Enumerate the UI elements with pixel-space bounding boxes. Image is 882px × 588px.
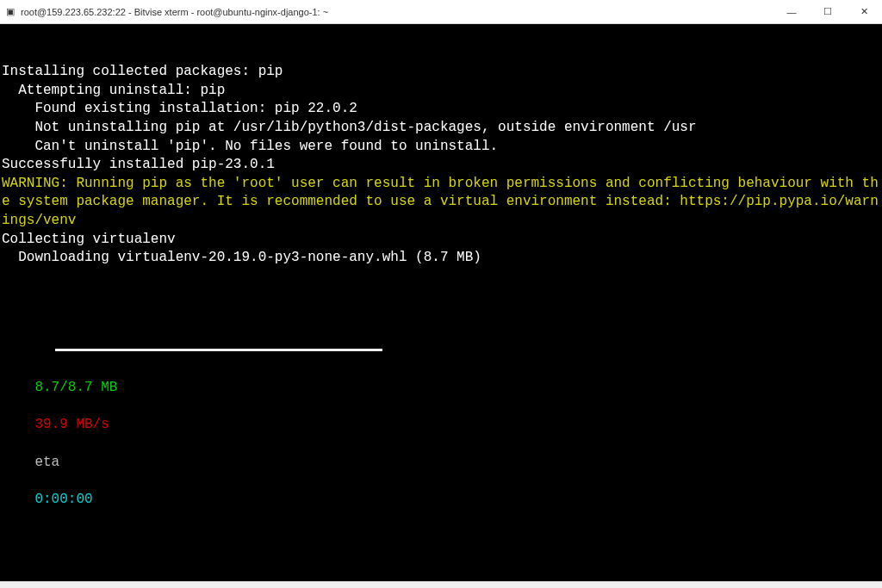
output-line: Successfully installed pip-23.0.1 (2, 156, 879, 175)
app-icon: ▣ (3, 5, 17, 19)
output-line: WARNING: Running pip as the 'root' user … (2, 175, 879, 231)
output-line: Not uninstalling pip at /usr/lib/python3… (2, 119, 879, 138)
output-line: Collecting virtualenv (2, 231, 879, 250)
output-line: Installing collected packages: pip (2, 63, 879, 82)
output-line: Downloading virtualenv-20.19.0-py3-none-… (2, 249, 879, 268)
output-line: Found existing installation: pip 22.0.2 (2, 100, 879, 119)
maximize-button[interactable]: ☐ (810, 0, 846, 24)
progress-line: 8.7/8.7 MB 39.9 MB/s eta 0:00:00 (2, 324, 879, 529)
progress-eta-label: eta (34, 455, 59, 470)
minimize-button[interactable]: — (773, 0, 810, 24)
output-line: Can't uninstall 'pip'. No files were fou… (2, 138, 879, 157)
progress-done-total: 8.7/8.7 MB (34, 380, 117, 395)
terminal-viewport[interactable]: Installing collected packages: pip Attem… (0, 24, 882, 581)
window-titlebar: ▣ root@159.223.65.232:22 - Bitvise xterm… (0, 0, 882, 24)
close-button[interactable]: ✕ (846, 0, 882, 24)
progress-eta-time: 0:00:00 (34, 492, 92, 507)
window-title: root@159.223.65.232:22 - Bitvise xterm -… (21, 7, 773, 17)
window-controls: — ☐ ✕ (773, 0, 882, 24)
output-line: Attempting uninstall: pip (2, 82, 879, 101)
progress-bar-icon (55, 349, 382, 351)
window-bottom-border (0, 581, 882, 588)
progress-speed: 39.9 MB/s (34, 417, 109, 432)
